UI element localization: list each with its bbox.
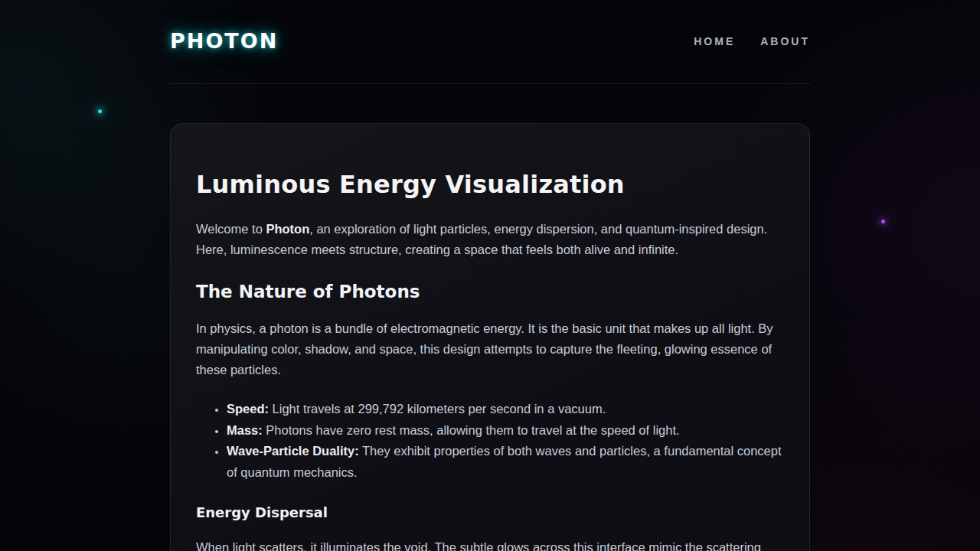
intro-text-pre: Welcome to bbox=[196, 222, 266, 236]
nature-paragraph: In physics, a photon is a bundle of elec… bbox=[196, 318, 784, 380]
list-item-speed-text: Light travels at 299,792 kilometers per … bbox=[269, 402, 606, 416]
page-container: PHOTON HOME ABOUT Luminous Energy Visual… bbox=[170, 0, 810, 551]
site-header: PHOTON HOME ABOUT bbox=[170, 0, 810, 84]
intro-paragraph: Welcome to Photon, an exploration of lig… bbox=[196, 219, 784, 260]
main-nav: HOME ABOUT bbox=[694, 35, 810, 47]
section-heading-energy-dispersal: Energy Dispersal bbox=[196, 504, 784, 520]
section-heading-nature-of-photons: The Nature of Photons bbox=[196, 282, 784, 302]
glow-particle-purple bbox=[881, 220, 885, 223]
list-item-speed: Speed: Light travels at 299,792 kilomete… bbox=[227, 399, 784, 420]
list-item-mass-label: Mass: bbox=[227, 423, 263, 437]
nav-link-home[interactable]: HOME bbox=[694, 35, 735, 47]
list-item-mass: Mass: Photons have zero rest mass, allow… bbox=[227, 420, 784, 442]
energy-dispersal-paragraph: When light scatters, it illuminates the … bbox=[196, 537, 784, 551]
intro-brand-name: Photon bbox=[266, 222, 309, 236]
glow-particle-cyan bbox=[98, 109, 102, 113]
page-title: Luminous Energy Visualization bbox=[196, 170, 784, 199]
nav-link-about[interactable]: ABOUT bbox=[760, 35, 810, 47]
photon-properties-list: Speed: Light travels at 299,792 kilomete… bbox=[196, 399, 784, 483]
list-item-duality: Wave-Particle Duality: They exhibit prop… bbox=[227, 441, 784, 483]
list-item-mass-text: Photons have zero rest mass, allowing th… bbox=[263, 423, 680, 437]
brand-logo[interactable]: PHOTON bbox=[170, 29, 278, 53]
list-item-speed-label: Speed: bbox=[227, 402, 269, 416]
content-card: Luminous Energy Visualization Welcome to… bbox=[170, 123, 810, 551]
list-item-duality-label: Wave-Particle Duality: bbox=[227, 444, 359, 458]
